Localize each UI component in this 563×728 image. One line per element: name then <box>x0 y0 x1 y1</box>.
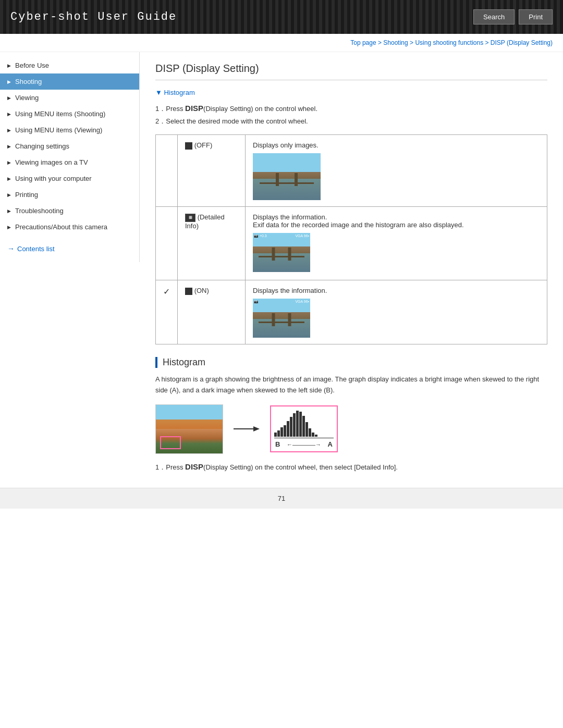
table-cell-check <box>156 135 178 207</box>
sidebar-item-printing[interactable]: ▶ Printing <box>0 187 139 203</box>
sidebar-label: Precautions/About this camera <box>15 223 107 231</box>
table-cell-desc: Displays only images. <box>246 135 547 207</box>
arrow-icon: ▶ <box>7 192 11 198</box>
arrow-icon: ▶ <box>7 128 11 133</box>
breadcrumb-using-functions[interactable]: Using shooting functions <box>415 39 483 46</box>
hist-bar <box>274 433 277 437</box>
hist-bar <box>299 412 302 437</box>
page-number: 71 <box>278 495 285 502</box>
bridge-arch <box>259 322 304 328</box>
contents-list-link[interactable]: → Contents list <box>0 240 139 257</box>
hist-bar <box>302 416 305 437</box>
arrow-icon: ▶ <box>7 112 11 117</box>
disp-table: (OFF) Displays only images. <box>155 134 547 344</box>
bridge-image-detailed: 📷 +0.3 VGA 96▪ <box>253 233 310 272</box>
step-1: 1．Press DISP(Display Setting) on the con… <box>155 104 547 114</box>
arrow-right-icon: → <box>7 244 15 253</box>
arrow-icon: ▶ <box>7 176 11 181</box>
hist-bar <box>309 428 311 437</box>
histogram-anchor-link[interactable]: Histogram <box>155 89 195 96</box>
arrow-icon: ▶ <box>7 79 11 84</box>
hist-label-b: B <box>275 440 280 448</box>
off-label: (OFF) <box>194 141 213 149</box>
breadcrumb-shooting[interactable]: Shooting <box>383 39 408 46</box>
breadcrumb-current: DISP (Display Setting) <box>491 39 553 46</box>
sidebar-label: Viewing <box>15 94 39 102</box>
histogram-desc: A histogram is a graph showing the brigh… <box>155 374 547 396</box>
sidebar-label: Before Use <box>15 61 49 69</box>
desc-title: Displays only images. <box>253 141 540 149</box>
sidebar-label: Using MENU items (Shooting) <box>15 110 105 118</box>
arrow-icon: ▶ <box>7 95 11 101</box>
step2-text: Select the desired mode with the control… <box>166 117 308 125</box>
sidebar-label: Using with your computer <box>15 175 92 182</box>
info-left: 📷 +0.3 <box>254 234 267 238</box>
hist-bar <box>280 427 283 437</box>
table-cell-check: ✓ <box>156 280 178 344</box>
detailed-info-icon: ⊞ <box>185 214 195 222</box>
histogram-graph-box: B ←————→ A <box>270 405 338 452</box>
sidebar-item-changing-settings[interactable]: ▶ Changing settings <box>0 138 139 154</box>
table-row: (OFF) Displays only images. <box>156 135 547 207</box>
sidebar-item-before-use[interactable]: ▶ Before Use <box>0 57 139 73</box>
histogram-title: Histogram <box>155 357 547 368</box>
sidebar-item-precautions[interactable]: ▶ Precautions/About this camera <box>0 219 139 235</box>
bridge-arch <box>260 182 314 189</box>
hist-bar <box>312 433 314 437</box>
main-content: DISP (Display Setting) Histogram 1．Press… <box>140 52 563 483</box>
hist-bar <box>305 422 308 437</box>
info-overlay: 📷 +0.3 VGA 96▪ <box>254 234 309 238</box>
header-buttons: Search Print <box>473 9 553 24</box>
sidebar-label: Troubleshooting <box>15 207 64 215</box>
table-cell-label: ⊞ (Detailed Info) <box>178 207 246 280</box>
breadcrumb-top[interactable]: Top page <box>350 39 376 46</box>
bridge-image-on: 📷 VGA 96▪ <box>253 299 310 338</box>
step-2: 2．Select the desired mode with the contr… <box>155 117 547 126</box>
sidebar-item-menu-viewing[interactable]: ▶ Using MENU items (Viewing) <box>0 122 139 138</box>
sidebar: ▶ Before Use ▶ Shooting ▶ Viewing ▶ Usin… <box>0 52 140 262</box>
sidebar-item-using-computer[interactable]: ▶ Using with your computer <box>0 170 139 187</box>
arrow-icon: ▶ <box>7 225 11 230</box>
info-overlay: 📷 VGA 96▪ <box>254 300 309 304</box>
sidebar-item-troubleshooting[interactable]: ▶ Troubleshooting <box>0 203 139 219</box>
desc-title: Displays the information. <box>253 287 540 294</box>
search-button[interactable]: Search <box>473 9 515 24</box>
hist-arrow-lr: ←————→ <box>287 441 321 448</box>
contents-list-label: Contents list <box>17 245 55 253</box>
svg-marker-1 <box>253 426 260 431</box>
sidebar-item-viewing[interactable]: ▶ Viewing <box>0 90 139 106</box>
sidebar-label: Viewing images on a TV <box>15 158 88 166</box>
histogram-section: Histogram A histogram is a graph showing… <box>155 357 547 472</box>
table-row: ⊞ (Detailed Info) Displays the informati… <box>156 207 547 280</box>
arrow-svg <box>234 424 260 434</box>
table-cell-desc: Displays the information. Exif data for … <box>246 207 547 280</box>
histogram-image-area: B ←————→ A <box>155 404 547 454</box>
step1-suffix: (Display Setting) on the control wheel. <box>203 105 317 113</box>
header: Cyber-shot User Guide Search Print <box>0 0 563 34</box>
step2-prefix: 2． <box>155 117 166 125</box>
table-cell-label: (OFF) <box>178 135 246 207</box>
step1-num: 1．Press <box>155 463 185 471</box>
app-title: Cyber-shot User Guide <box>10 10 177 23</box>
table-cell-check <box>156 207 178 280</box>
step1-hist-suffix: (Display Setting) on the control wheel, … <box>203 463 398 471</box>
sidebar-item-viewing-tv[interactable]: ▶ Viewing images on a TV <box>0 154 139 170</box>
histogram-step1: 1．Press DISP(Display Setting) on the con… <box>155 462 547 472</box>
hist-label-a: A <box>328 440 333 448</box>
histogram-arrow <box>234 424 260 434</box>
print-button[interactable]: Print <box>519 9 553 24</box>
sidebar-label: Changing settings <box>15 142 69 150</box>
main-layout: ▶ Before Use ▶ Shooting ▶ Viewing ▶ Usin… <box>0 52 563 483</box>
step1-prefix: 1．Press <box>155 105 185 113</box>
bridge-arch <box>259 256 304 262</box>
sidebar-item-shooting[interactable]: ▶ Shooting <box>0 73 139 90</box>
page-title: DISP (Display Setting) <box>155 63 547 80</box>
sidebar-item-menu-shooting[interactable]: ▶ Using MENU items (Shooting) <box>0 106 139 122</box>
histogram-photo <box>155 404 223 454</box>
desc-title: Displays the information. <box>253 213 540 221</box>
histogram-highlight-box <box>160 436 181 449</box>
steps: 1．Press DISP(Display Setting) on the con… <box>155 104 547 126</box>
table-cell-desc: Displays the information. 📷 VGA 96▪ <box>246 280 547 344</box>
arrow-icon: ▶ <box>7 144 11 149</box>
black-square-icon <box>185 142 192 150</box>
